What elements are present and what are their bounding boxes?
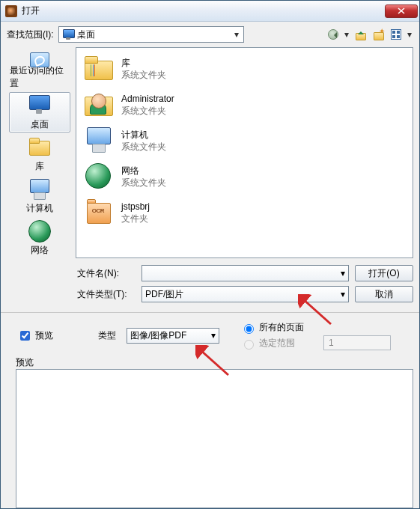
app-icon	[5, 5, 17, 17]
filetype-combo[interactable]: PDF/图片 ▾	[141, 286, 349, 302]
desktop-icon	[62, 29, 74, 40]
page-range-value: 1	[329, 338, 334, 348]
file-list[interactable]: 库系统文件夹 Administrator系统文件夹 计算机系统文件夹 网络系统文…	[76, 47, 413, 258]
filetype-label: 文件类型(T):	[77, 288, 136, 301]
main-area: 最近访问的位置 桌面 库 计算机 网络 库系统文件夹	[1, 47, 419, 258]
preview-section-label: 预览	[16, 356, 413, 369]
up-one-level-icon	[355, 29, 365, 40]
close-button[interactable]	[385, 4, 418, 18]
window-title: 打开	[22, 4, 385, 17]
preview-checkbox-label: 预览	[35, 329, 53, 342]
list-item[interactable]: Administrator系统文件夹	[79, 87, 410, 123]
radio-all-pages-input[interactable]	[244, 324, 254, 334]
computer-icon	[27, 178, 52, 201]
titlebar: 打开	[1, 1, 419, 22]
filename-combo[interactable]: ▾	[141, 265, 349, 281]
item-name: 网络	[121, 165, 166, 177]
preview-checkbox[interactable]: 预览	[17, 329, 53, 343]
back-button[interactable]	[325, 26, 341, 43]
filename-label: 文件名(N):	[77, 267, 136, 280]
places-library-label: 库	[35, 160, 44, 173]
preview-checkbox-input[interactable]	[20, 331, 30, 341]
chevron-down-icon: ▾	[231, 28, 242, 41]
places-network-label: 网络	[31, 244, 49, 257]
list-item[interactable]: 计算机系统文件夹	[79, 123, 410, 159]
lookin-label: 查找范围(I):	[7, 28, 54, 41]
recent-places-icon	[27, 51, 52, 63]
views-split-arrow[interactable]: ▾	[406, 29, 413, 40]
network-folder-icon	[84, 162, 114, 191]
open-dialog: 打开 查找范围(I): 桌面 ▾ ▾ ▾ 最近访问的位置	[0, 0, 420, 509]
chevron-down-icon: ▾	[211, 330, 216, 341]
places-network[interactable]: 网络	[9, 218, 70, 258]
list-item[interactable]: 库系统文件夹	[79, 51, 410, 87]
item-name: Administrator	[121, 93, 174, 105]
library-folder-icon	[84, 55, 114, 83]
computer-folder-icon	[84, 127, 114, 155]
list-item[interactable]: jstpsbrj文件夹	[79, 195, 410, 231]
user-folder-icon	[84, 91, 114, 119]
type-combo[interactable]: 图像/图像PDF ▾	[127, 328, 219, 344]
radio-all-pages[interactable]: 所有的页面	[240, 321, 304, 334]
item-type: 系统文件夹	[121, 177, 166, 189]
monitor-icon	[27, 94, 52, 117]
places-recent-label: 最近访问的位置	[10, 64, 70, 90]
open-button[interactable]: 打开(O)	[355, 265, 413, 281]
new-folder-button[interactable]	[370, 26, 386, 43]
radio-selected-range-label: 选定范围	[259, 337, 295, 350]
lookin-combo[interactable]: 桌面 ▾	[58, 26, 244, 43]
radio-all-pages-label: 所有的页面	[259, 321, 304, 334]
new-folder-icon	[373, 29, 383, 40]
chevron-down-icon: ▾	[341, 289, 345, 299]
back-icon	[328, 29, 338, 40]
views-button[interactable]	[388, 26, 404, 43]
item-type: 系统文件夹	[121, 105, 174, 117]
library-icon	[27, 136, 52, 159]
nav-toolbar: ▾ ▾	[325, 26, 413, 43]
chevron-down-icon: ▾	[341, 268, 345, 278]
places-computer[interactable]: 计算机	[9, 176, 70, 216]
type-value: 图像/图像PDF	[130, 329, 186, 342]
type-label: 类型	[98, 329, 116, 342]
places-recent[interactable]: 最近访问的位置	[9, 50, 70, 91]
places-computer-label: 计算机	[26, 202, 53, 215]
filetype-value: PDF/图片	[145, 288, 338, 301]
cancel-button[interactable]: 取消	[355, 286, 413, 302]
page-range-group: 所有的页面 选定范围	[240, 321, 304, 350]
radio-selected-range-input[interactable]	[244, 340, 254, 350]
views-icon	[391, 29, 401, 40]
page-range-input: 1	[323, 335, 391, 350]
item-type: 系统文件夹	[121, 69, 166, 81]
ocr-folder-icon	[84, 198, 114, 227]
lookin-value: 桌面	[77, 28, 95, 41]
places-library[interactable]: 库	[9, 134, 70, 174]
up-button[interactable]	[352, 26, 368, 43]
fields-area: 文件名(N): ▾ 打开(O) 文件类型(T): PDF/图片 ▾ 取消	[1, 258, 419, 313]
places-desktop-label: 桌面	[31, 118, 49, 131]
item-type: 文件夹	[121, 213, 150, 225]
lookin-row: 查找范围(I): 桌面 ▾ ▾ ▾	[1, 22, 419, 47]
back-split-arrow[interactable]: ▾	[343, 29, 350, 40]
item-name: 计算机	[121, 129, 166, 141]
item-name: 库	[121, 57, 166, 69]
places-bar: 最近访问的位置 桌面 库 计算机 网络	[7, 47, 73, 258]
item-name: jstpsbrj	[121, 201, 150, 213]
lower-panel: 预览 类型 图像/图像PDF ▾ 所有的页面 选定范围 1	[1, 313, 419, 369]
preview-area	[16, 369, 413, 508]
radio-selected-range[interactable]: 选定范围	[240, 337, 304, 350]
list-item[interactable]: 网络系统文件夹	[79, 159, 410, 195]
network-globe-icon	[28, 220, 51, 243]
places-desktop[interactable]: 桌面	[9, 92, 70, 132]
item-type: 系统文件夹	[121, 141, 166, 153]
